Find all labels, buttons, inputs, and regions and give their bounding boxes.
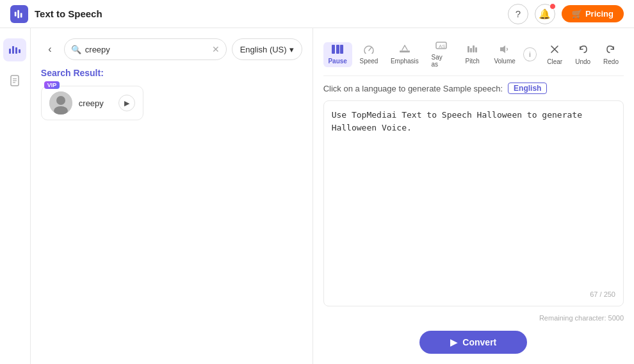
speed-label: Speed [359,58,378,65]
language-value: English (US) [240,45,287,54]
bell-icon: 🔔 [539,8,551,20]
emphasis-icon [399,45,410,56]
search-clear-icon[interactable]: ✕ [212,45,220,54]
convert-row: ▶ Convert [323,328,624,354]
svg-rect-3 [9,49,11,54]
tool-pause[interactable]: Pause [323,42,352,67]
tool-volume[interactable]: Volume [489,42,521,67]
clear-icon [549,44,560,57]
tool-speed[interactable]: Speed [355,42,384,67]
search-result-label: Search Result: [41,68,302,78]
text-area-wrapper: Use TopMediai Text to Speech Halloween t… [323,100,624,306]
pricing-label: Pricing [585,9,614,19]
back-button[interactable]: ‹ [41,40,59,58]
undo-icon [578,44,588,57]
redo-label: Redo [603,58,619,65]
speech-textarea[interactable]: Use TopMediai Text to Speech Halloween t… [332,109,615,288]
search-row: ‹ 🔍 ✕ English (US) ▾ [41,38,302,60]
char-count: 67 / 250 [332,290,615,298]
play-icon: ▶ [450,337,457,347]
toolbar: Pause Speed [323,38,624,76]
main-layout: ‹ 🔍 ✕ English (US) ▾ Search Result: VIP [0,28,634,364]
notification-badge [549,3,556,10]
svg-text:AS: AS [439,44,446,49]
sample-speech-row: Click on a language to generate Sample s… [323,83,624,94]
bell-button[interactable]: 🔔 [535,4,555,24]
vip-badge: VIP [44,81,60,89]
tool-say-as[interactable]: AS Say as [427,38,456,70]
svg-rect-18 [400,51,410,52]
svg-rect-15 [336,45,339,54]
cart-icon: 🛒 [572,9,582,19]
svg-rect-2 [20,13,22,17]
play-button[interactable]: ▶ [118,95,135,111]
pricing-button[interactable]: 🛒 Pricing [562,5,624,22]
info-button[interactable]: i [523,47,537,61]
svg-rect-5 [15,47,17,54]
svg-rect-6 [19,49,20,53]
svg-rect-1 [17,10,19,18]
undo-label: Undo [575,58,590,65]
svg-rect-0 [15,12,17,16]
topbar: Text to Speech ? 🔔 🛒 Pricing [0,0,634,28]
svg-point-12 [56,96,65,105]
emphasis-label: Emphasis [391,58,419,65]
speed-icon [363,45,375,56]
sidebar [0,28,31,364]
tool-emphasis[interactable]: Emphasis [386,42,423,67]
sample-speech-text: Click on a language to generate Sample s… [323,84,503,93]
clear-label: Clear [547,58,562,65]
redo-button[interactable]: Redo [598,42,624,68]
volume-label: Volume [494,58,515,65]
voice-card[interactable]: VIP creepy ▶ [41,86,143,120]
left-panel: ‹ 🔍 ✕ English (US) ▾ Search Result: VIP [31,28,313,364]
help-icon: ? [516,8,521,19]
svg-rect-21 [467,46,469,52]
svg-rect-24 [475,47,477,52]
voice-avatar [49,91,72,115]
right-panel: Pause Speed [313,28,634,364]
pitch-icon [467,45,478,56]
app-title: Text to Speech [35,8,501,19]
chevron-down-icon: ▾ [289,45,294,54]
volume-icon [499,45,510,56]
topbar-right: ? 🔔 🛒 Pricing [508,4,624,24]
search-input[interactable] [85,45,208,54]
sample-lang-tag[interactable]: English [508,83,547,94]
svg-rect-23 [473,45,475,52]
sidebar-item-voice[interactable] [3,38,26,61]
pause-label: Pause [328,58,346,65]
sidebar-item-document[interactable] [3,69,26,92]
language-selector[interactable]: English (US) ▾ [232,38,302,60]
pause-icon [332,45,343,56]
search-box: 🔍 ✕ [64,38,227,60]
convert-label: Convert [462,337,496,347]
search-icon: 🔍 [71,45,81,54]
clear-button[interactable]: Clear [542,42,567,68]
help-button[interactable]: ? [508,4,528,24]
pitch-label: Pitch [466,58,480,65]
voice-name: creepy [79,99,112,108]
svg-marker-25 [500,45,505,53]
say-as-label: Say as [432,54,451,68]
svg-rect-16 [340,45,343,54]
convert-button[interactable]: ▶ Convert [419,331,527,354]
svg-rect-22 [470,48,472,52]
remaining-char: Remaining character: 5000 [323,314,624,322]
redo-icon [606,44,616,57]
say-as-icon: AS [435,41,447,52]
app-logo [10,5,28,23]
svg-rect-4 [12,46,14,54]
tool-pitch[interactable]: Pitch [459,42,487,67]
svg-rect-14 [332,45,335,54]
undo-button[interactable]: Undo [570,42,596,68]
